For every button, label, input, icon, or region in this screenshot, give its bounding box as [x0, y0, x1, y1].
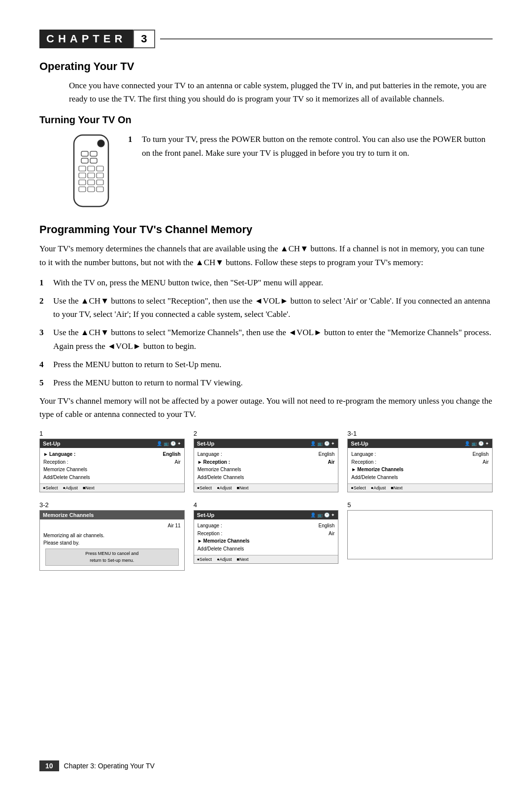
prog-step-2: 2 Use the ▲CH▼ buttons to select "Recept… [39, 294, 493, 321]
screen-2-footer: ●Select ●Adjust ■Next [194, 483, 338, 492]
screen-3-1-title: Set-Up [351, 441, 368, 447]
programming-intro: Your TV's memory determines the channels… [39, 242, 493, 269]
screen-3-2-footer: Press MENU to cancel andreturn to Set-up… [45, 549, 179, 566]
svg-rect-9 [79, 173, 86, 178]
chapter-number-box: 3 [133, 30, 155, 48]
prog-step-4-text: Press the MENU button to return to Set-U… [53, 358, 493, 371]
screen-3-1-row-4: Add/Delete Channels [351, 474, 489, 481]
screen-3-2-air: Air 11 [43, 522, 181, 529]
screen-1-row-1: ►Language : English [43, 450, 181, 458]
remote-image [69, 133, 118, 213]
prog-step-num-2: 2 [39, 294, 53, 321]
svg-rect-14 [97, 180, 103, 185]
screen-2-body: Language : English ►Reception : Air Memo… [194, 448, 338, 483]
svg-rect-2 [81, 151, 88, 156]
screen-1-mockup: Set-Up 👤 📺 🕐 ✦ ►Language : English Recep [39, 439, 185, 492]
svg-point-1 [98, 140, 104, 147]
icon-person: 👤 [157, 441, 162, 446]
turning-on-layout: 1 To turn your TV, press the POWER butto… [39, 133, 493, 213]
screen-1-header: Set-Up 👤 📺 🕐 ✦ [40, 439, 184, 448]
screen-4-row-3: ►Memorize Channels [198, 537, 335, 545]
page: CHAPTER 3 Operating Your TV Once you hav… [0, 0, 532, 791]
page-number: 10 [39, 760, 59, 771]
screen-2-header: Set-Up 👤 📺 🕐 ✦ [194, 439, 338, 448]
svg-rect-11 [97, 173, 103, 178]
svg-rect-5 [90, 158, 97, 163]
screen-1-icons: 👤 📺 🕐 ✦ [157, 441, 181, 446]
screen-1-row-4: Add/Delete Channels [43, 474, 181, 481]
screen-3-1: 3-1 Set-Up 👤 📺 🕐 ✦ Language : English [347, 430, 493, 492]
prog-step-num-5: 5 [39, 376, 53, 389]
screens-row-2: 3-2 Memorize Channels Air 11 Memorizing … [39, 501, 493, 571]
svg-rect-15 [79, 187, 86, 192]
icon-tv: 📺 [164, 441, 169, 446]
screen-1-footer: ●Select ●Adjust ■Next [40, 483, 184, 492]
screen-2-number: 2 [194, 430, 339, 437]
operating-title: Operating Your TV [39, 60, 493, 73]
footer-text: Chapter 3: Operating Your TV [64, 762, 155, 770]
screen-3-2-line2: Please stand by. [43, 539, 181, 547]
svg-rect-3 [90, 151, 97, 156]
prog-step-1: 1 With the TV on, press the MENU button … [39, 276, 493, 289]
screen-4-title: Set-Up [197, 512, 214, 518]
screen-3-1-body: Language : English Reception : Air ►Memo… [348, 448, 492, 483]
page-footer: 10 Chapter 3: Operating Your TV [39, 760, 493, 771]
screen-5-number: 5 [347, 501, 493, 509]
chapter-label-box: CHAPTER [39, 30, 133, 48]
programming-outro: Your TV's channel memory will not be aff… [39, 394, 493, 421]
svg-rect-6 [79, 166, 86, 171]
screen-3-1-row-3: ►Memorize Channels [351, 466, 489, 474]
screen-3-2-mockup: Memorize Channels Air 11 Memorizing all … [39, 510, 185, 571]
screen-4-row-4: Add/Delete Channels [198, 545, 335, 553]
svg-rect-13 [88, 180, 95, 185]
screen-3-2: 3-2 Memorize Channels Air 11 Memorizing … [39, 501, 185, 571]
screen-3-2-header: Memorize Channels [40, 511, 184, 519]
screen-2-icons: 👤 📺 🕐 ✦ [310, 441, 335, 446]
screen-2-row-3: Memorize Channels [198, 466, 335, 474]
turning-on-text-block: 1 To turn your TV, press the POWER butto… [128, 133, 493, 165]
screen-5: 5 [347, 501, 493, 571]
prog-step-2-text: Use the ▲CH▼ buttons to select "Receptio… [53, 294, 493, 321]
svg-rect-4 [81, 158, 88, 163]
prog-step-4: 4 Press the MENU button to return to Set… [39, 358, 493, 371]
screen-4-footer: ●Select ●Adjust ■Next [194, 555, 338, 563]
screen-1-number: 1 [39, 430, 185, 437]
prog-step-1-text: With the TV on, press the MENU button tw… [53, 276, 493, 289]
screen-4-body: Language : English Reception : Air ►Memo… [194, 519, 338, 555]
screen-4-number: 4 [194, 501, 339, 509]
screen-2: 2 Set-Up 👤 📺 🕐 ✦ Language : English [194, 430, 339, 492]
screen-4-row-2: Reception : Air [198, 530, 335, 538]
screen-5-mockup [347, 510, 493, 559]
remote-svg [69, 133, 113, 211]
prog-step-3: 3 Use the ▲CH▼ buttons to select "Memori… [39, 326, 493, 352]
screen-1-row-2: Reception : Air [43, 458, 181, 466]
screen-2-row-1: Language : English [198, 450, 335, 458]
svg-rect-17 [97, 187, 103, 192]
screen-3-1-footer: ●Select ●Adjust ■Next [348, 483, 492, 492]
prog-step-num-1: 1 [39, 276, 53, 289]
screens-row-1: 1 Set-Up 👤 📺 🕐 ✦ ►Language : English [39, 430, 493, 492]
screen-4-mockup: Set-Up 👤 📺 🕐 ✦ Language : English Recept [194, 510, 339, 564]
step-1-turning: 1 To turn your TV, press the POWER butto… [128, 133, 493, 159]
step-num-1: 1 [128, 133, 142, 159]
screen-3-1-mockup: Set-Up 👤 📺 🕐 ✦ Language : English Recept [347, 439, 493, 492]
step-1-content: To turn your TV, press the POWER button … [142, 133, 493, 159]
prog-step-5-text: Press the MENU button to return to norma… [53, 376, 493, 389]
chapter-label: CHAPTER [46, 33, 126, 45]
screen-4: 4 Set-Up 👤 📺 🕐 ✦ Language : English [194, 501, 339, 571]
icon-star: ✦ [177, 441, 181, 446]
screen-4-row-1: Language : English [198, 522, 335, 530]
prog-step-num-4: 4 [39, 358, 53, 371]
screen-3-2-number: 3-2 [39, 501, 185, 509]
screen-3-1-icons: 👤 📺 🕐 ✦ [465, 441, 489, 446]
svg-rect-10 [88, 173, 95, 178]
screen-4-icons: 👤 📺 🕐 ✦ [310, 513, 335, 517]
screen-2-row-4: Add/Delete Channels [198, 474, 335, 481]
svg-rect-16 [88, 187, 95, 192]
chapter-number: 3 [141, 33, 147, 45]
prog-step-5: 5 Press the MENU button to return to nor… [39, 376, 493, 389]
screen-2-title: Set-Up [197, 441, 214, 447]
screen-3-2-body: Air 11 Memorizing all air channels. Plea… [40, 519, 184, 570]
svg-rect-12 [79, 180, 86, 185]
svg-rect-8 [97, 166, 103, 171]
